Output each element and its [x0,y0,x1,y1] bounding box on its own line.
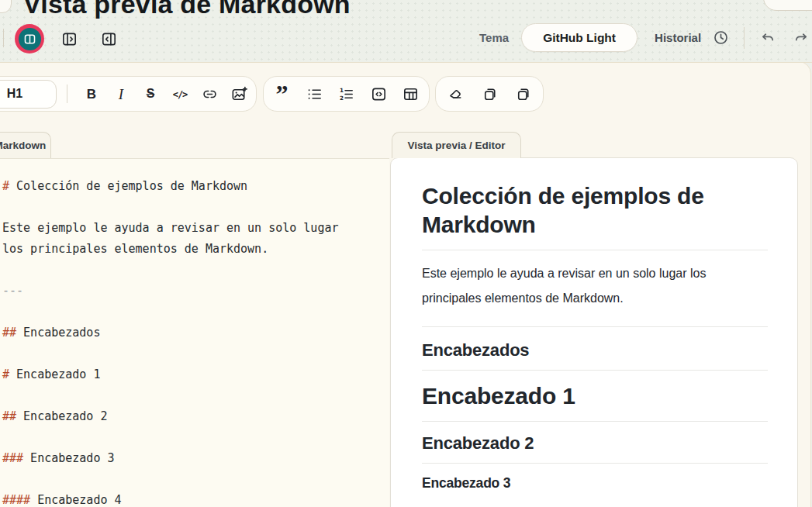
redo-button[interactable] [792,29,810,47]
toolbar-group-inline: H1 BIS</> [0,76,257,112]
code-block-icon [370,85,388,103]
toolbar-group-blocks: ”12 [263,76,430,112]
heading-level-select[interactable]: H1 [0,80,57,109]
ordered-list-button[interactable]: 12 [333,80,361,108]
editor-line[interactable]: # Colección de ejemplos de Markdown [2,176,389,197]
theme-select-button[interactable]: GitHub Light [521,23,638,52]
md-heading-marker: #### [2,493,30,507]
table-icon [402,85,420,103]
copy-alt-icon [514,85,532,103]
preview-paragraph: Este ejemplo le ayuda a revisar en un so… [422,261,768,311]
editor-line[interactable]: # Encabezado 1 [2,364,389,385]
editor-line[interactable]: ## Encabezado 2 [2,406,389,427]
toggle-row-separator [3,29,4,47]
editor-line[interactable]: #### Encabezado 4 [2,490,389,507]
copy-icon [481,85,499,103]
view-toggle-split-view[interactable] [15,24,44,53]
image-button[interactable] [225,80,253,108]
copy-alt-button[interactable] [510,80,537,108]
view-mode-toggles [15,24,123,53]
code-block-button[interactable] [365,80,392,108]
clock-icon [713,29,729,46]
preview-hr [422,326,768,327]
panel-right-icon [60,30,78,48]
preview-h1: Colección de ejemplos de Markdown [422,181,768,250]
page-title: Vista previa de Markdown [23,0,351,19]
app-header: Vista previa de Markdown Tema GitHub Lig… [0,0,812,63]
split-view-icon [19,28,41,50]
link-button[interactable] [195,80,223,108]
editor-line[interactable]: ## Encabezados [2,322,389,343]
md-heading-marker: # [2,179,9,193]
toolbar-separator [67,84,67,103]
editor-line[interactable]: --- [2,281,389,302]
editor-line[interactable] [2,469,389,490]
undo-arrow-icon [759,29,776,47]
md-heading-text: Encabezado 4 [30,493,121,507]
md-heading-text: Encabezado 3 [23,451,114,465]
md-heading-text: Colección de ejemplos de Markdown [9,179,247,193]
md-heading-marker: ### [2,451,23,465]
editor-line[interactable] [2,385,389,406]
cropped-button-fragment-top-right [763,0,812,11]
blockquote-icon: ” [276,84,289,105]
header-right-controls: Tema GitHub Light Historial [479,23,810,52]
markdown-editor-pane[interactable]: # Colección de ejemplos de Markdown Este… [0,158,389,507]
tab-markdown-source[interactable]: Markdown [0,132,51,158]
inline-code-icon: </> [173,88,188,100]
strikethrough-button[interactable]: S [136,80,164,108]
tab-preview-editor[interactable]: Vista previa / Editor [392,132,521,158]
ordered-list-icon: 12 [337,85,355,103]
eraser-button[interactable] [442,80,470,108]
editor-line[interactable] [2,427,389,448]
image-icon [230,85,248,103]
md-heading-text: Encabezado 2 [16,409,107,423]
md-hr-text: --- [2,284,23,298]
md-heading-marker: ## [2,326,16,340]
cropped-button-fragment-top-left [0,0,12,13]
editor-line[interactable]: los principales elementos de Markdown. [2,239,389,260]
history-button[interactable] [711,29,730,47]
table-button[interactable] [397,80,425,108]
editor-line[interactable]: Este ejemplo le ayuda a revisar en un so… [2,218,389,239]
undo-button[interactable] [758,29,777,47]
bullet-list-button[interactable] [300,80,328,108]
view-toggle-panel-right[interactable] [54,24,84,53]
editor-line[interactable] [2,302,389,322]
preview-h2: Encabezado 2 [422,433,768,464]
editor-line[interactable] [2,260,389,281]
link-icon [201,85,219,103]
italic-button[interactable]: I [107,80,135,108]
history-label: Historial [655,31,701,44]
bold-icon: B [87,88,96,101]
preview-h2: Encabezados [422,340,768,371]
md-heading-marker: # [2,367,9,381]
preview-pane: Colección de ejemplos de MarkdownEste ej… [390,157,798,507]
bullet-list-icon [306,85,323,103]
md-heading-text: Encabezado 1 [9,367,100,381]
view-toggle-panel-left[interactable] [94,24,123,53]
svg-text:2: 2 [340,94,344,101]
italic-icon: I [119,87,123,102]
blockquote-button[interactable]: ” [268,80,296,108]
preview-h1: Encabezado 1 [422,381,768,422]
strikethrough-icon: S [147,88,155,100]
preview-h3: Encabezado 3 [422,474,768,491]
theme-label: Tema [479,31,509,44]
editor-line[interactable] [2,197,389,218]
bold-button[interactable]: B [78,80,105,108]
editor-line[interactable]: ### Encabezado 3 [2,448,389,469]
header-divider [744,27,745,49]
inline-code-button[interactable]: </> [166,80,194,108]
eraser-icon [447,85,465,103]
panel-left-icon [100,30,118,48]
editor-line[interactable] [2,343,389,364]
toolbar-group-actions [435,76,544,112]
md-heading-marker: ## [2,409,16,423]
svg-text:1: 1 [340,87,344,94]
copy-button[interactable] [475,80,503,108]
md-heading-text: Encabezados [16,326,100,340]
redo-arrow-icon [793,29,810,47]
